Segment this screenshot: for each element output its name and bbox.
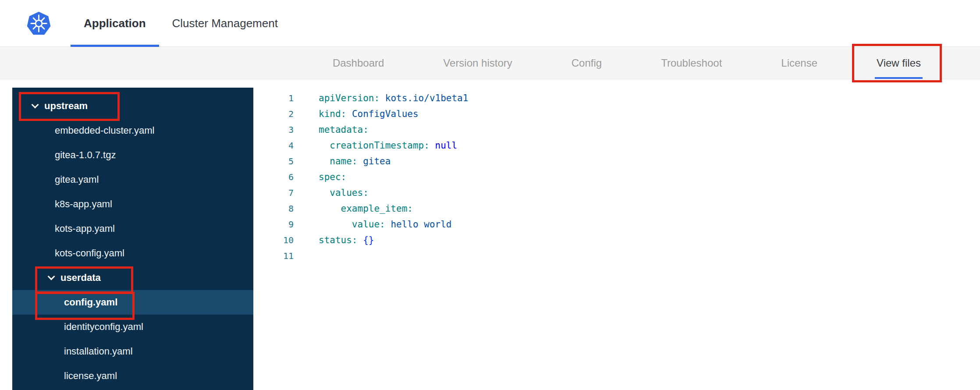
file-tree-item-userdata[interactable]: userdata	[12, 266, 253, 290]
code-token: name:	[330, 156, 357, 167]
app-subnav: DashboardVersion historyConfigTroublesho…	[0, 47, 980, 79]
file-tree-item-license-yaml[interactable]: license.yaml	[12, 364, 253, 388]
code-line-content: metadata:	[319, 122, 369, 138]
chevron-down-icon	[32, 101, 39, 108]
code-token: values:	[330, 188, 369, 198]
code-token: hello world	[391, 219, 451, 230]
line-number: 7	[253, 185, 294, 201]
file-name: installation.yaml	[64, 346, 133, 357]
top-nav: ApplicationCluster Management	[71, 0, 291, 46]
code-token: null	[435, 140, 458, 151]
line-number: 6	[253, 169, 294, 185]
file-name: embedded-cluster.yaml	[55, 125, 154, 136]
code-token	[319, 188, 330, 198]
code-line: 3metadata:	[253, 122, 980, 138]
line-number: 2	[253, 106, 294, 122]
file-name: config.yaml	[64, 297, 117, 308]
file-name: gitea-1.0.7.tgz	[55, 149, 116, 161]
file-tree-item-gitea-yaml[interactable]: gitea.yaml	[12, 167, 253, 192]
subnav-tab-view-files[interactable]: View files	[877, 47, 921, 79]
line-number: 4	[253, 138, 294, 153]
code-line: 4 creationTimestamp: null	[253, 138, 980, 153]
file-tree-sidebar: upstreamembedded-cluster.yamlgitea-1.0.7…	[12, 88, 253, 390]
code-token	[430, 140, 435, 151]
folder-name: userdata	[60, 272, 101, 284]
subnav-tab-config[interactable]: Config	[572, 47, 602, 79]
subnav-tab-troubleshoot[interactable]: Troubleshoot	[661, 47, 722, 79]
code-line-content: spec:	[319, 169, 346, 185]
top-tab-cluster-management[interactable]: Cluster Management	[159, 0, 291, 46]
code-token: example_item:	[341, 203, 413, 214]
code-token: spec:	[319, 172, 346, 182]
code-token: status:	[319, 235, 358, 245]
code-token	[380, 93, 385, 103]
file-name: k8s-app.yaml	[55, 199, 112, 210]
code-token: kind:	[319, 109, 346, 119]
code-token	[346, 109, 352, 119]
code-line: 2kind: ConfigValues	[253, 106, 980, 122]
kubernetes-logo-icon	[26, 11, 51, 36]
code-line: 11	[253, 248, 980, 264]
code-line-content: status: {}	[319, 232, 374, 248]
code-token	[319, 219, 352, 230]
code-token	[358, 156, 363, 167]
code-token	[385, 219, 391, 230]
file-tree-item-embedded-cluster-yaml[interactable]: embedded-cluster.yaml	[12, 118, 253, 143]
code-token: {}	[363, 235, 374, 245]
code-line: 9 value: hello world	[253, 216, 980, 232]
code-line: 5 name: gitea	[253, 153, 980, 169]
code-editor[interactable]: 1apiVersion: kots.io/v1beta12kind: Confi…	[253, 88, 980, 264]
file-tree-item-installation-yaml[interactable]: installation.yaml	[12, 339, 253, 364]
kots-admin-console: ApplicationCluster Management DashboardV…	[0, 0, 980, 390]
file-tree-item-kots-config-yaml[interactable]: kots-config.yaml	[12, 241, 253, 266]
line-number: 10	[253, 232, 294, 248]
chevron-down-icon	[48, 273, 55, 280]
subnav-tab-license[interactable]: License	[781, 47, 817, 79]
code-token	[319, 156, 330, 167]
file-tree-item-kots-app-yaml[interactable]: kots-app.yaml	[12, 216, 253, 241]
code-line-content: kind: ConfigValues	[319, 106, 419, 122]
file-name: identityconfig.yaml	[64, 321, 143, 333]
code-line-content: name: gitea	[319, 153, 391, 169]
code-token	[358, 235, 363, 245]
code-token: kots.io/v1beta1	[385, 93, 469, 103]
code-token: value:	[352, 219, 385, 230]
code-token: creationTimestamp:	[330, 140, 430, 151]
code-line-content: example_item:	[319, 201, 413, 216]
code-line-content: value: hello world	[319, 216, 451, 232]
subnav-tab-version-history[interactable]: Version history	[443, 47, 512, 79]
top-tab-application[interactable]: Application	[71, 0, 159, 46]
code-token: gitea	[363, 156, 391, 167]
file-tree-item-upstream[interactable]: upstream	[12, 94, 253, 118]
app-subnav-tabs: DashboardVersion historyConfigTroublesho…	[0, 47, 980, 79]
code-token: apiVersion:	[319, 93, 380, 103]
file-name: kots-app.yaml	[55, 223, 115, 234]
code-line: 1apiVersion: kots.io/v1beta1	[253, 90, 980, 106]
line-number: 5	[253, 153, 294, 169]
code-token	[319, 203, 341, 214]
code-line-content: values:	[319, 185, 369, 201]
code-line: 7 values:	[253, 185, 980, 201]
line-number: 9	[253, 216, 294, 232]
top-header: ApplicationCluster Management	[0, 0, 980, 47]
file-tree-item-gitea-1-0-7-tgz[interactable]: gitea-1.0.7.tgz	[12, 143, 253, 167]
subnav-tab-dashboard[interactable]: Dashboard	[333, 47, 384, 79]
line-number: 1	[253, 90, 294, 106]
file-tree-item-k8s-app-yaml[interactable]: k8s-app.yaml	[12, 192, 253, 216]
main-content: upstreamembedded-cluster.yamlgitea-1.0.7…	[0, 79, 980, 390]
code-token	[319, 140, 330, 151]
line-number: 11	[253, 248, 294, 264]
code-token: ConfigValues	[352, 109, 419, 119]
code-line: 8 example_item:	[253, 201, 980, 216]
code-line: 6spec:	[253, 169, 980, 185]
file-tree-item-identityconfig-yaml[interactable]: identityconfig.yaml	[12, 315, 253, 339]
code-line-content: apiVersion: kots.io/v1beta1	[319, 90, 468, 106]
line-number: 8	[253, 201, 294, 216]
file-name: gitea.yaml	[55, 174, 99, 185]
file-name: license.yaml	[64, 370, 117, 382]
file-tree-item-config-yaml[interactable]: config.yaml	[12, 290, 253, 315]
line-number: 3	[253, 122, 294, 138]
code-line: 10status: {}	[253, 232, 980, 248]
code-token: metadata:	[319, 124, 369, 135]
code-line-content: creationTimestamp: null	[319, 138, 457, 153]
